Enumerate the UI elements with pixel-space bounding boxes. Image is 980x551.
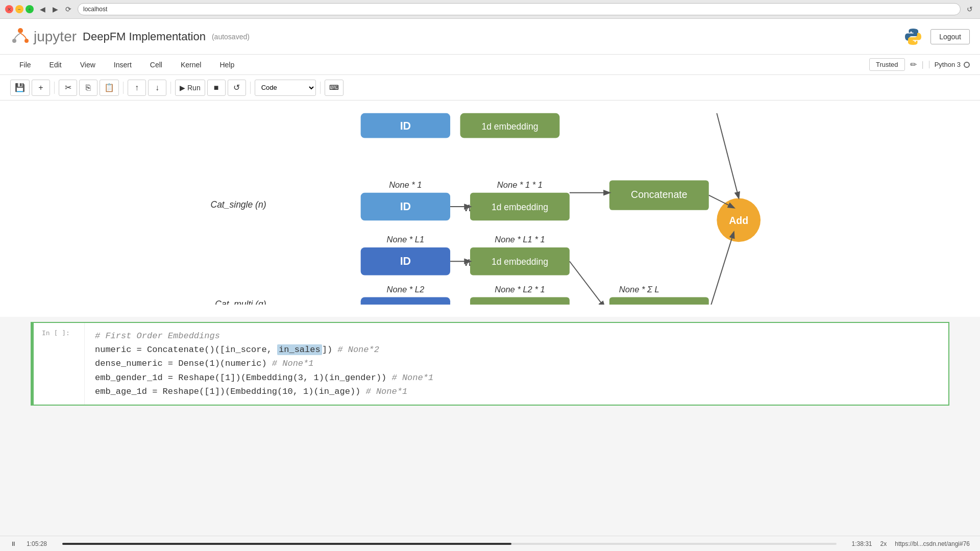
svg-point-4: [915, 40, 916, 42]
separator-1: [54, 82, 55, 94]
keyboard-button[interactable]: ⌨: [325, 80, 344, 96]
svg-line-36: [570, 261, 604, 305]
menu-edit[interactable]: Edit: [40, 57, 71, 73]
svg-point-0: [18, 28, 23, 33]
svg-text:None * 1 * 1: None * 1 * 1: [497, 180, 543, 190]
cell-row: In [ ]: # First Order Embeddings numeric…: [34, 323, 948, 405]
svg-text:ID: ID: [400, 255, 411, 267]
code-line-1: numeric = Concatenate()([in_score, in_sa…: [95, 343, 938, 357]
pencil-icon[interactable]: ✏: [910, 60, 917, 69]
refresh-btn[interactable]: ⟳: [63, 4, 74, 14]
code-comment-4: # None*1: [366, 387, 408, 396]
svg-text:None * L1: None * L1: [387, 235, 425, 244]
time-display: 1:05:28: [27, 540, 47, 547]
menu-view[interactable]: View: [71, 57, 105, 73]
add-cell-button[interactable]: +: [32, 80, 50, 96]
jupyter-text: jupyter: [34, 29, 77, 45]
code-comment-3: # None*1: [392, 373, 434, 383]
code-comment-1: # None*2: [337, 345, 379, 355]
browser-chrome: ✕ − + ◀ ▶ ⟳ localhost ↺: [0, 0, 980, 19]
kernel-label: Python 3: [935, 61, 961, 68]
status-bar: ⏸ 1:05:28 1:38:31 2x https://bl...csdn.n…: [0, 536, 980, 551]
progress-fill: [62, 543, 511, 545]
svg-text:1d embedding: 1d embedding: [492, 202, 548, 212]
reload-btn[interactable]: ↺: [965, 4, 975, 14]
code-text-2: dense_numeric = Dense(1)(numeric): [95, 359, 272, 368]
cell-type-select[interactable]: Code Markdown Raw: [255, 80, 316, 96]
menu-items: File Edit View Insert Cell Kernel Help: [10, 57, 869, 73]
move-up-button[interactable]: ↑: [128, 80, 146, 96]
code-area: # First Order Embeddings numeric = Conca…: [95, 329, 938, 398]
menu-kernel[interactable]: Kernel: [172, 57, 210, 73]
minimize-btn[interactable]: −: [15, 5, 23, 13]
kernel-circle: [964, 62, 970, 68]
highlighted-word: in_sales: [277, 344, 322, 355]
code-content[interactable]: # First Order Embeddings numeric = Conca…: [85, 323, 948, 405]
logout-button[interactable]: Logout: [930, 29, 970, 44]
menu-right: Trusted ✏ | Python 3: [869, 58, 970, 71]
separator-5: [320, 82, 321, 94]
code-text-1a: numeric = Concatenate()([in_score,: [95, 345, 277, 355]
svg-text:None * L2 * 1: None * L2 * 1: [495, 285, 545, 294]
run-button[interactable]: ▶ Run: [175, 80, 205, 96]
play-icon[interactable]: ⏸: [10, 540, 16, 547]
svg-text:None * L2: None * L2: [387, 285, 425, 294]
jupyter-icon: [10, 27, 31, 47]
notebook-title[interactable]: DeepFM Implementation: [83, 30, 206, 43]
restart-button[interactable]: ↺: [228, 80, 246, 96]
svg-rect-42: [470, 297, 570, 305]
cell-wrapper: In [ ]: # First Order Embeddings numeric…: [0, 317, 980, 411]
paste-button[interactable]: 📋: [100, 80, 119, 96]
menu-help[interactable]: Help: [210, 57, 243, 73]
code-line-4: emb_age_1d = Reshape([1])(Embedding(10, …: [95, 385, 938, 398]
close-btn[interactable]: ✕: [5, 5, 13, 13]
comment-text: # First Order Embeddings: [95, 331, 220, 341]
menu-file[interactable]: File: [10, 57, 40, 73]
browser-toolbar: ✕ − + ◀ ▶ ⟳ localhost ↺: [0, 0, 980, 18]
svg-text:Add: Add: [729, 215, 748, 226]
svg-text:None * 1: None * 1: [389, 180, 422, 190]
run-label: Run: [187, 84, 201, 92]
svg-line-46: [709, 233, 734, 305]
cell-prompt: In [ ]:: [34, 323, 85, 405]
address-bar[interactable]: localhost: [78, 3, 961, 15]
progress-bar[interactable]: [62, 543, 836, 545]
trusted-button[interactable]: Trusted: [869, 58, 905, 71]
status-right: 1:38:31 2x https://bl...csdn.net/angi#76: [852, 540, 970, 547]
save-button[interactable]: 💾: [10, 80, 30, 96]
url-text: localhost: [83, 6, 107, 13]
copy-button[interactable]: ⎘: [79, 80, 97, 96]
window-controls: ✕ − +: [5, 5, 34, 13]
right-time: 1:38:31: [852, 540, 872, 547]
nav-buttons: ◀ ▶ ⟳: [38, 4, 74, 14]
code-line-2: dense_numeric = Dense(1)(numeric) # None…: [95, 357, 938, 370]
svg-text:None * Σ L: None * Σ L: [619, 285, 659, 294]
menu-insert[interactable]: Insert: [105, 57, 141, 73]
forward-btn[interactable]: ▶: [51, 4, 60, 14]
separator-3: [170, 82, 171, 94]
svg-text:ID: ID: [400, 120, 411, 132]
svg-text:1d embedding: 1d embedding: [492, 257, 548, 267]
speed-label: 2x: [880, 540, 887, 547]
python-icon: [904, 28, 922, 46]
kernel-info: Python 3: [929, 61, 970, 68]
autosaved-label: (autosaved): [212, 33, 250, 41]
jupyter-logo: jupyter: [10, 27, 77, 47]
menu-bar: File Edit View Insert Cell Kernel Help T…: [0, 55, 980, 75]
menu-cell[interactable]: Cell: [141, 57, 172, 73]
code-text-1b: ]): [322, 345, 338, 355]
toolbar: 💾 + ✂ ⎘ 📋 ↑ ↓ ▶ Run ■ ↺ Code Markdown Ra…: [0, 75, 980, 101]
code-cell[interactable]: In [ ]: # First Order Embeddings numeric…: [31, 322, 949, 406]
maximize-btn[interactable]: +: [26, 5, 34, 13]
svg-text:ID: ID: [400, 201, 411, 213]
code-line-3: emb_gender_1d = Reshape([1])(Embedding(3…: [95, 371, 938, 385]
svg-text:1d embedding: 1d embedding: [481, 121, 538, 132]
back-btn[interactable]: ◀: [38, 4, 47, 14]
move-down-button[interactable]: ↓: [148, 80, 166, 96]
svg-rect-34: [609, 297, 709, 305]
cut-button[interactable]: ✂: [59, 80, 77, 96]
svg-text:Concatenate: Concatenate: [631, 189, 687, 200]
diagram-svg: ID 1d embedding Cat_single (n) None * 1 …: [31, 111, 949, 305]
logo-area: jupyter DeepFM Implementation (autosaved…: [10, 27, 250, 47]
stop-button[interactable]: ■: [207, 80, 226, 96]
